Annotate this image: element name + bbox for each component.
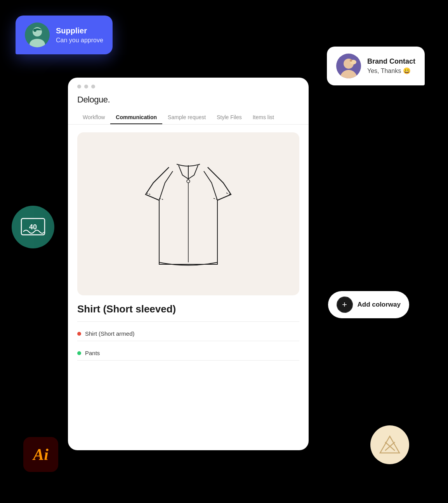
no-bleach-icon [370,425,409,464]
divider-mid [77,341,299,341]
add-colorway-label: Add colorway [358,301,401,309]
tab-style-files[interactable]: Style Files [211,111,247,124]
dot-red-icon [77,332,81,336]
supplier-text: Supplier Can you approve [56,26,103,44]
divider-top [77,321,299,322]
brand-message: Yes, Thanks 😀 [367,67,415,75]
brand-chat-bubble: Brand Contact Yes, Thanks 😀 [327,47,425,85]
titlebar [68,78,309,93]
supplier-message: Can you approve [56,37,103,44]
divider-bottom [77,360,299,361]
dot-green-icon [77,351,81,355]
shirt-label: Shirt (Short armed) [85,330,135,337]
product-title: Shirt (Short sleeved) [77,303,299,315]
add-colorway-plus-icon: + [337,297,353,313]
nav-tabs: Workflow Communication Sample request St… [68,111,309,125]
svg-point-8 [350,59,352,62]
svg-point-9 [187,180,190,183]
dot-3 [91,85,95,88]
list-item-pants: Pants [77,346,299,360]
list-item-shirt: Shirt (Short armed) [77,326,299,341]
adobe-illustrator-icon: Ai [23,437,58,472]
wash-temperature-icon: 40 [12,206,54,248]
tab-workflow[interactable]: Workflow [77,111,110,124]
brand-avatar [336,54,361,78]
svg-point-5 [340,70,357,78]
brand-name: Brand Contact [367,57,415,66]
svg-marker-15 [380,436,399,453]
tab-items-list[interactable]: Items list [247,111,280,124]
svg-text:40: 40 [29,223,37,231]
brand-text: Brand Contact Yes, Thanks 😀 [367,57,415,75]
app-window: Delogue. Workflow Communication Sample r… [68,78,309,450]
product-image-area [77,132,299,295]
svg-point-3 [30,39,45,47]
supplier-chat-bubble: Supplier Can you approve [16,16,113,54]
supplier-name: Supplier [56,26,103,35]
add-colorway-button[interactable]: + Add colorway [328,291,409,318]
app-logo: Delogue. [68,93,309,111]
tab-communication[interactable]: Communication [110,111,162,124]
ai-letter: Ai [33,445,49,464]
svg-line-11 [146,193,150,194]
product-info: Shirt (Short sleeved) Shirt (Short armed… [68,303,309,361]
pants-label: Pants [85,350,100,356]
tab-sample-request[interactable]: Sample request [162,111,211,124]
dot-1 [77,85,81,88]
supplier-avatar [25,23,50,47]
dot-2 [84,85,88,88]
svg-line-14 [226,193,230,194]
